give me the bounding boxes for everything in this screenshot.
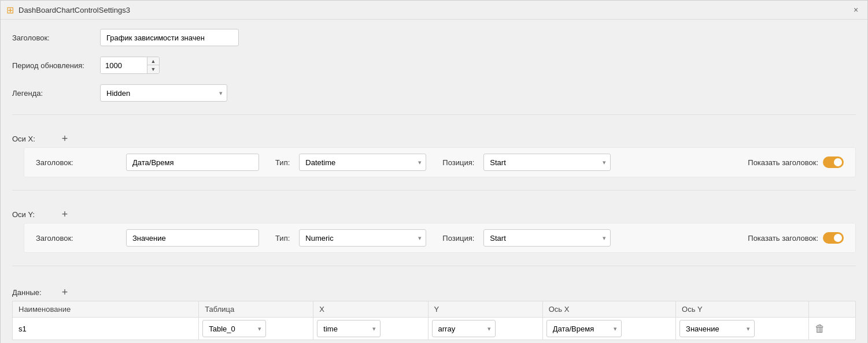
main-window: ⊞ DashBoardChartControlSettings3 × Загол…	[0, 0, 868, 343]
row-x-cell: time ▾	[313, 318, 428, 340]
window-icon: ⊞	[6, 5, 14, 16]
data-section-header: Данные: +	[12, 281, 856, 301]
axes-y-label: Оси Y:	[12, 210, 53, 219]
data-section: Данные: + Наименование Таблица X Y Ось X…	[12, 281, 856, 340]
axis-x-position-label: Позиция:	[442, 158, 474, 167]
axis-x-type-select[interactable]: Datetime Numeric Category	[299, 154, 426, 171]
axes-x-label: Оси X:	[12, 135, 53, 143]
title-field-label: Заголовок:	[12, 33, 93, 42]
axis-x-position-select-wrapper: Start End Center ▾	[483, 154, 611, 171]
close-button[interactable]: ×	[850, 4, 862, 16]
row-name-input[interactable]	[16, 323, 195, 334]
row-table-select-wrapper: Table_0 ▾	[202, 320, 266, 337]
axes-y-section: Оси Y: + Заголовок: Тип: Datetime Numeri…	[12, 203, 856, 253]
title-input[interactable]	[100, 29, 239, 46]
axis-y-title-label: Заголовок:	[36, 234, 117, 243]
row-axisx-cell: Дата/Время ▾	[542, 318, 675, 340]
row-x-select[interactable]: time	[317, 320, 381, 337]
col-header-name: Наименование	[13, 301, 199, 318]
axis-y-type-label: Тип:	[275, 234, 290, 243]
title-row: Заголовок:	[12, 29, 856, 46]
axis-y-show-label: Показать заголовок:	[748, 234, 818, 243]
row-table-cell: Table_0 ▾	[199, 318, 313, 340]
axis-x-position-select[interactable]: Start End Center	[483, 154, 611, 171]
divider-2	[12, 190, 856, 191]
row-axisy-cell: Значение ▾	[676, 318, 809, 340]
spin-down-button[interactable]: ▼	[147, 65, 159, 73]
axis-x-show-label: Показать заголовок:	[748, 158, 818, 167]
axis-x-row: Заголовок: Тип: Datetime Numeric Categor…	[24, 147, 856, 177]
row-name-cell	[13, 318, 199, 340]
legend-row: Легенда: Hidden Visible Auto ▾	[12, 84, 856, 102]
legend-field-label: Легенда:	[12, 89, 93, 98]
axis-x-title-input[interactable]	[126, 154, 259, 171]
axis-x-title-label: Заголовок:	[36, 158, 117, 167]
row-action-cell: 🗑	[809, 318, 856, 340]
add-axis-y-button[interactable]: +	[58, 208, 71, 221]
spin-up-button[interactable]: ▲	[147, 57, 159, 65]
row-axisy-select-wrapper: Значение ▾	[679, 320, 755, 337]
axis-y-position-label: Позиция:	[442, 234, 474, 243]
axes-x-section: Оси X: + Заголовок: Тип: Datetime Numeri…	[12, 128, 856, 177]
axes-y-header: Оси Y: +	[12, 203, 856, 223]
col-header-x: X	[313, 301, 428, 318]
data-section-label: Данные:	[12, 288, 53, 297]
period-field-label: Период обновления:	[12, 61, 93, 70]
legend-select-wrapper: Hidden Visible Auto ▾	[100, 84, 227, 102]
delete-row-button[interactable]: 🗑	[812, 320, 828, 337]
row-axisy-select[interactable]: Значение	[679, 320, 755, 337]
axis-x-type-select-wrapper: Datetime Numeric Category ▾	[299, 154, 426, 171]
add-data-button[interactable]: +	[58, 286, 71, 299]
axis-y-row: Заголовок: Тип: Datetime Numeric Categor…	[24, 223, 856, 253]
title-bar: ⊞ DashBoardChartControlSettings3 ×	[1, 1, 867, 20]
col-header-table: Таблица	[199, 301, 313, 318]
add-axis-x-button[interactable]: +	[58, 132, 71, 145]
axis-y-show-section: Показать заголовок:	[748, 232, 844, 244]
row-y-select-wrapper: array ▾	[432, 320, 496, 337]
axis-y-type-select[interactable]: Datetime Numeric Category	[299, 229, 426, 247]
axis-y-type-select-wrapper: Datetime Numeric Category ▾	[299, 229, 426, 247]
period-spinner: ▲ ▼	[100, 57, 160, 74]
col-header-action	[809, 301, 856, 318]
window-title: DashBoardChartControlSettings3	[19, 6, 845, 14]
axes-x-header: Оси X: +	[12, 128, 856, 147]
row-table-select[interactable]: Table_0	[202, 320, 266, 337]
col-header-axisy: Ось Y	[676, 301, 809, 318]
axis-x-type-label: Тип:	[275, 158, 290, 167]
table-row: Table_0 ▾ time ▾	[13, 318, 856, 340]
row-axisx-select-wrapper: Дата/Время ▾	[546, 320, 622, 337]
divider-3	[12, 266, 856, 266]
axis-y-position-select-wrapper: Start End Center ▾	[483, 229, 611, 247]
period-row: Период обновления: ▲ ▼	[12, 57, 856, 74]
axis-y-position-select[interactable]: Start End Center	[483, 229, 611, 247]
axis-y-show-toggle[interactable]	[823, 232, 844, 244]
content-area: Заголовок: Период обновления: ▲ ▼ Легенд…	[1, 20, 867, 343]
col-header-axisx: Ось X	[542, 301, 675, 318]
row-y-cell: array ▾	[428, 318, 542, 340]
row-y-select[interactable]: array	[432, 320, 496, 337]
row-x-select-wrapper: time ▾	[317, 320, 381, 337]
axis-y-title-input[interactable]	[126, 229, 259, 247]
axis-x-show-section: Показать заголовок:	[748, 156, 844, 168]
row-axisx-select[interactable]: Дата/Время	[546, 320, 622, 337]
axis-x-show-toggle[interactable]	[823, 156, 844, 168]
spin-buttons: ▲ ▼	[147, 57, 159, 73]
data-table: Наименование Таблица X Y Ось X Ось Y	[12, 301, 856, 340]
legend-select[interactable]: Hidden Visible Auto	[100, 84, 227, 102]
period-input[interactable]	[101, 57, 147, 73]
divider-1	[12, 114, 856, 115]
table-header-row: Наименование Таблица X Y Ось X Ось Y	[13, 301, 856, 318]
col-header-y: Y	[428, 301, 542, 318]
